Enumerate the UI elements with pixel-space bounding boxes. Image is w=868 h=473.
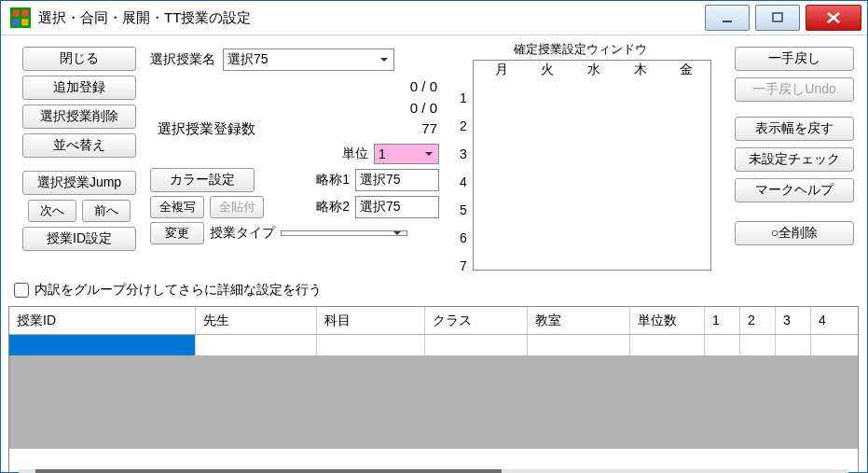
day-tue: 火 xyxy=(541,62,554,78)
period-6: 6 xyxy=(460,224,467,252)
prev-button[interactable]: 前へ xyxy=(82,200,131,222)
abbr2-input[interactable]: 選択75 xyxy=(355,196,439,218)
col-room[interactable]: 教室 xyxy=(528,307,630,334)
copy-all-button[interactable]: 全複写 xyxy=(150,196,204,218)
calendar-zone: 確定授業設定ウィンドウ 月 火 水 木 金 1 2 3 4 5 6 7 xyxy=(445,41,715,271)
type-select[interactable] xyxy=(281,230,407,236)
col-class[interactable]: クラス xyxy=(425,307,528,334)
day-mon: 月 xyxy=(495,62,508,78)
name-label: 選択授業名 xyxy=(150,51,215,68)
mid-zone: 選択授業名 選択75 0 / 0 0 / 0 選択授業登録数 77 単位 1 カ… xyxy=(150,49,439,244)
unit-select[interactable]: 1 xyxy=(374,144,439,164)
detail-checkbox[interactable] xyxy=(14,283,29,298)
col-4[interactable]: 4 xyxy=(811,307,847,334)
period-7: 7 xyxy=(460,252,467,280)
grid-cell[interactable] xyxy=(740,335,776,355)
body: 閉じる 追加登録 選択授業削除 並べ替え 選択授業Jump 次へ 前へ 授業ID… xyxy=(1,35,867,470)
window-title: 選択・合同・展開・TT授業の設定 xyxy=(38,9,705,27)
undo-button[interactable]: 一手戻し xyxy=(735,47,854,71)
right-column: 一手戻し 一手戻しUndo 表示幅を戻す 未設定チェック マークヘルプ ○全削除 xyxy=(735,47,854,245)
calendar-days: 月 火 水 木 金 xyxy=(478,62,710,78)
name-value: 選択75 xyxy=(227,51,269,66)
calendar-periods: 1 2 3 4 5 6 7 xyxy=(460,84,467,280)
app-icon xyxy=(10,7,31,28)
stat-1: 0 / 0 xyxy=(150,77,437,98)
reset-width-button[interactable]: 表示幅を戻す xyxy=(735,117,854,141)
period-4: 4 xyxy=(460,168,467,196)
grid-empty-area xyxy=(9,355,858,449)
type-label: 授業タイプ xyxy=(210,225,275,242)
change-button[interactable]: 変更 xyxy=(150,222,204,244)
id-setting-button[interactable]: 授業ID設定 xyxy=(22,227,136,251)
grid-cell[interactable] xyxy=(528,335,630,355)
grid-cell[interactable] xyxy=(317,335,425,355)
day-wed: 水 xyxy=(587,62,600,78)
close-form-button[interactable]: 閉じる xyxy=(22,47,136,71)
col-subject[interactable]: 科目 xyxy=(317,307,425,334)
unit-label: 単位 xyxy=(342,146,368,162)
day-fri: 金 xyxy=(680,62,693,78)
grid-cell[interactable] xyxy=(425,335,528,355)
add-button[interactable]: 追加登録 xyxy=(22,76,136,100)
delete-all-button[interactable]: ○全削除 xyxy=(735,221,854,245)
unset-check-button[interactable]: 未設定チェック xyxy=(735,147,854,172)
col-2[interactable]: 2 xyxy=(740,307,776,334)
detail-checkbox-label: 内訳をグループ分けしてさらに詳細な設定を行う xyxy=(34,282,322,299)
calendar-grid[interactable] xyxy=(473,60,711,271)
grid-cell[interactable] xyxy=(811,335,847,355)
svg-rect-6 xyxy=(773,13,782,21)
period-1: 1 xyxy=(460,84,467,112)
abbr1-label: 略称1 xyxy=(316,172,350,188)
svg-rect-3 xyxy=(13,19,20,25)
day-thu: 木 xyxy=(634,62,647,78)
detail-checkbox-row: 内訳をグループ分けしてさらに詳細な設定を行う xyxy=(14,282,322,299)
count-value: 77 xyxy=(421,118,437,140)
col-units[interactable]: 単位数 xyxy=(630,307,705,334)
unit-value: 1 xyxy=(379,146,386,161)
abbr2-label: 略称2 xyxy=(316,199,350,216)
grid-cell-selected[interactable] xyxy=(9,335,196,355)
color-button[interactable]: カラー設定 xyxy=(150,168,255,192)
svg-rect-4 xyxy=(21,19,28,25)
grid-cell[interactable] xyxy=(630,335,705,355)
col-teacher[interactable]: 先生 xyxy=(196,307,317,334)
left-column: 閉じる 追加登録 選択授業削除 並べ替え 選択授業Jump 次へ 前へ 授業ID… xyxy=(14,47,145,251)
grid-header: 授業ID 先生 科目 クラス 教室 単位数 1 2 3 4 xyxy=(9,307,858,335)
window: 選択・合同・展開・TT授業の設定 閉じる 追加登録 選択授業削除 並べ替え 選択… xyxy=(0,0,868,473)
col-lesson-id[interactable]: 授業ID xyxy=(9,307,196,334)
grid-cell[interactable] xyxy=(196,335,317,355)
horizontal-scrollbar[interactable] xyxy=(19,469,848,473)
delete-button[interactable]: 選択授業削除 xyxy=(22,104,136,129)
grid-cell[interactable] xyxy=(705,335,740,355)
grid-cell[interactable] xyxy=(776,335,811,355)
mark-help-button[interactable]: マークヘルプ xyxy=(735,178,854,202)
name-select[interactable]: 選択75 xyxy=(223,49,394,71)
paste-all-button[interactable]: 全貼付 xyxy=(210,196,264,218)
minimize-button[interactable] xyxy=(705,5,750,31)
stats: 0 / 0 0 / 0 選択授業登録数 77 xyxy=(150,77,437,140)
maximize-button[interactable] xyxy=(755,5,800,31)
col-3[interactable]: 3 xyxy=(776,307,811,334)
abbr1-input[interactable]: 選択75 xyxy=(355,169,439,191)
sort-button[interactable]: 並べ替え xyxy=(22,133,136,158)
count-label: 選択授業登録数 xyxy=(158,118,255,140)
col-1[interactable]: 1 xyxy=(705,307,740,334)
undo-undo-button[interactable]: 一手戻しUndo xyxy=(735,77,854,102)
next-button[interactable]: 次へ xyxy=(28,200,76,222)
svg-rect-5 xyxy=(723,21,732,22)
window-controls xyxy=(705,5,867,31)
close-button[interactable] xyxy=(806,5,861,31)
data-grid[interactable]: 授業ID 先生 科目 クラス 教室 単位数 1 2 3 4 xyxy=(8,306,859,473)
svg-rect-1 xyxy=(13,10,20,17)
titlebar: 選択・合同・展開・TT授業の設定 xyxy=(1,1,867,35)
grid-row[interactable] xyxy=(9,335,858,355)
stat-2: 0 / 0 xyxy=(150,98,437,119)
period-5: 5 xyxy=(460,196,467,224)
period-2: 2 xyxy=(460,112,467,140)
calendar-title: 確定授業設定ウィンドウ xyxy=(445,41,715,58)
jump-button[interactable]: 選択授業Jump xyxy=(22,171,136,195)
period-3: 3 xyxy=(460,140,467,168)
svg-rect-2 xyxy=(21,10,28,17)
scrollbar-thumb[interactable] xyxy=(35,469,502,473)
